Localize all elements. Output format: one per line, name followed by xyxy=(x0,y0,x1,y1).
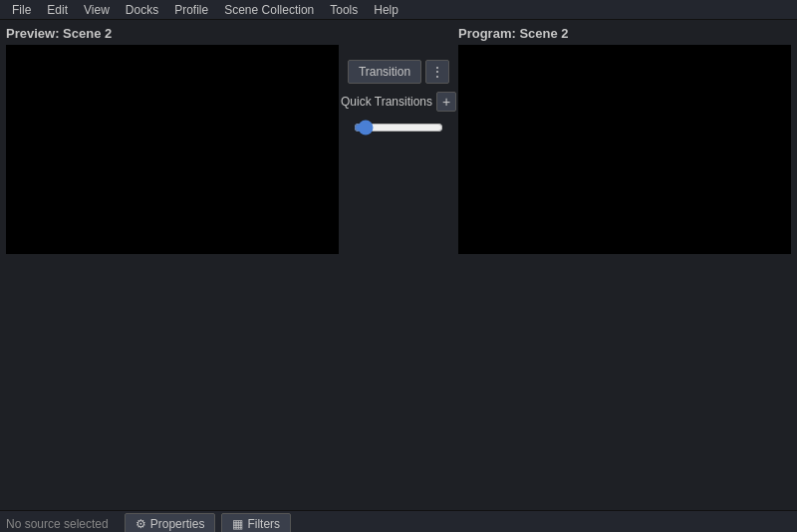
add-quick-transition-button[interactable]: + xyxy=(436,92,456,112)
filters-button[interactable]: ▦ Filters xyxy=(221,513,291,532)
center-panel: Transition ⋮ Quick Transitions + xyxy=(339,20,458,510)
preview-label: Preview: Scene 2 xyxy=(6,26,339,41)
transition-button[interactable]: Transition xyxy=(348,60,421,84)
properties-button[interactable]: ⚙ Properties xyxy=(125,513,216,532)
gear-small-icon: ⚙ xyxy=(135,517,146,531)
menu-scene-collection[interactable]: Scene Collection xyxy=(216,0,322,19)
transition-dots-button[interactable]: ⋮ xyxy=(425,60,449,84)
menu-file[interactable]: File xyxy=(4,0,39,19)
preview-canvas[interactable] xyxy=(6,45,339,254)
main-area: Preview: Scene 2 Transition ⋮ Quick Tran… xyxy=(0,20,797,510)
quick-transitions-row: Quick Transitions + xyxy=(341,92,456,112)
transition-slider-container xyxy=(354,120,443,139)
properties-label: Properties xyxy=(150,517,205,531)
quick-transitions-label: Quick Transitions xyxy=(341,95,432,109)
menu-view[interactable]: View xyxy=(76,0,118,19)
no-source-label: No source selected xyxy=(6,517,109,531)
source-bar: No source selected ⚙ Properties ▦ Filter… xyxy=(0,510,797,532)
menu-docks[interactable]: Docks xyxy=(118,0,166,19)
transition-slider[interactable] xyxy=(354,120,443,135)
menu-help[interactable]: Help xyxy=(366,0,406,19)
menu-tools[interactable]: Tools xyxy=(322,0,366,19)
filter-icon: ▦ xyxy=(232,517,243,531)
preview-section: Preview: Scene 2 xyxy=(0,20,339,510)
transition-row: Transition ⋮ xyxy=(348,60,449,84)
filters-label: Filters xyxy=(247,517,280,531)
program-canvas[interactable] xyxy=(458,45,791,254)
program-label: Program: Scene 2 xyxy=(458,26,791,41)
menubar: File Edit View Docks Profile Scene Colle… xyxy=(0,0,797,20)
program-section: Program: Scene 2 xyxy=(458,20,797,510)
menu-profile[interactable]: Profile xyxy=(166,0,216,19)
menu-edit[interactable]: Edit xyxy=(39,0,76,19)
